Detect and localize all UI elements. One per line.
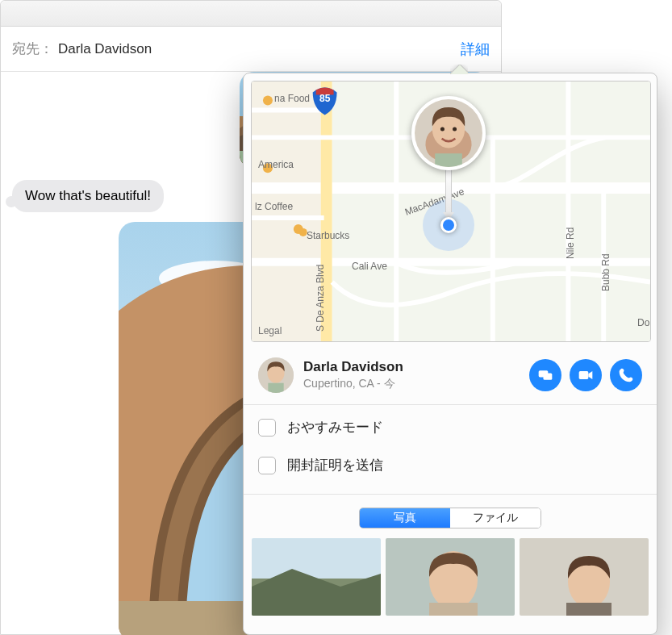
svg-rect-17 [252,258,650,266]
send-read-receipts-row[interactable]: 開封証明を送信 [244,449,657,487]
audio-call-button[interactable] [610,359,642,391]
svg-rect-39 [544,374,553,380]
contact-action-buttons [529,359,642,391]
do-not-disturb-row[interactable]: おやすみモード [244,405,657,449]
phone-icon [618,367,634,383]
photo-strip [244,538,657,616]
contact-name: Darla Davidson [303,359,403,375]
svg-rect-18 [321,81,332,341]
contact-text: Darla Davidson Cupertino, CA - 今 [303,359,403,391]
svg-rect-14 [252,81,324,341]
video-call-button[interactable] [570,359,602,391]
svg-rect-40 [579,371,589,379]
svg-rect-37 [268,383,283,393]
current-location-dot [440,217,457,233]
options-section: おやすみモード 開封証明を送信 [244,405,657,495]
to-bar: 宛先： Darla Davidson 詳細 [1,27,501,72]
svg-rect-47 [429,603,478,616]
photo-thumb[interactable] [386,538,515,616]
svg-point-27 [263,163,273,173]
contact-location-line: Cupertino, CA - 今 [303,377,403,391]
segment-files[interactable]: ファイル [450,508,541,528]
to-field-name[interactable]: Darla Davidson [58,41,152,57]
video-icon [578,367,594,383]
send-read-receipts-label: 開封証明を送信 [287,456,383,474]
location-map[interactable]: na Food America lz Coffee Starbucks Cali… [251,81,651,342]
incoming-message-text: Wow that's beautiful! [25,188,151,203]
svg-rect-42 [252,538,381,579]
screenshare-button[interactable] [529,359,561,391]
svg-point-32 [440,127,445,131]
incoming-message-bubble[interactable]: Wow that's beautiful! [12,180,164,212]
contact-avatar-pin[interactable] [411,96,486,170]
popover-caret [450,65,468,74]
segmented-control-wrap: 写真 ファイル [244,495,657,538]
details-popover: na Food America lz Coffee Starbucks Cali… [243,73,657,635]
avatar-pin-stem [445,167,452,215]
screenshare-icon [537,367,553,383]
photo-thumb[interactable] [520,538,649,616]
svg-marker-41 [588,371,592,379]
svg-point-26 [263,96,273,106]
send-read-receipts-checkbox[interactable] [258,457,276,474]
photo-thumb[interactable] [252,538,381,616]
do-not-disturb-label: おやすみモード [287,418,383,437]
svg-point-29 [299,228,307,236]
svg-rect-50 [566,603,611,616]
attachments-segmented-control[interactable]: 写真 ファイル [359,508,541,528]
svg-point-33 [453,127,457,131]
svg-rect-34 [435,153,462,167]
contact-row: Darla Davidson Cupertino, CA - 今 [244,349,657,405]
contact-avatar-small[interactable] [258,357,294,393]
window-titlebar [1,1,501,27]
do-not-disturb-checkbox[interactable] [258,419,276,437]
segment-photos[interactable]: 写真 [360,508,450,528]
to-field-label: 宛先： [12,40,53,58]
map-legal-link[interactable]: Legal [258,325,282,336]
details-button[interactable]: 詳細 [461,40,490,59]
